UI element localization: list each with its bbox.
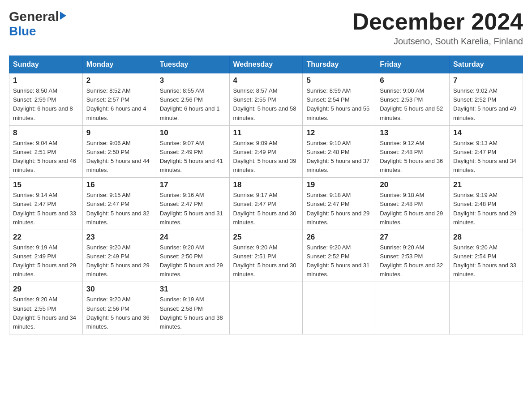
day-number: 29 [13, 285, 79, 294]
calendar-cell: 21Sunrise: 9:19 AMSunset: 2:48 PMDayligh… [450, 178, 523, 230]
day-number: 6 [380, 76, 446, 85]
logo-triangle-icon [60, 12, 66, 20]
day-number: 22 [13, 233, 79, 242]
day-info: Sunrise: 8:59 AMSunset: 2:54 PMDaylight:… [306, 86, 372, 123]
calendar-cell: 17Sunrise: 9:16 AMSunset: 2:47 PMDayligh… [156, 178, 229, 230]
calendar-cell: 20Sunrise: 9:18 AMSunset: 2:48 PMDayligh… [376, 178, 450, 230]
calendar-week-row: 1Sunrise: 8:50 AMSunset: 2:59 PMDaylight… [9, 73, 523, 126]
calendar-cell: 14Sunrise: 9:13 AMSunset: 2:47 PMDayligh… [450, 125, 523, 178]
day-number: 3 [160, 76, 226, 85]
calendar-cell: 2Sunrise: 8:52 AMSunset: 2:57 PMDaylight… [82, 73, 156, 126]
calendar-cell: 6Sunrise: 9:00 AMSunset: 2:53 PMDaylight… [376, 73, 450, 126]
logo-general-text: General [9, 9, 59, 24]
day-info: Sunrise: 9:19 AMSunset: 2:58 PMDaylight:… [160, 295, 226, 331]
calendar-cell [450, 282, 523, 334]
calendar-cell: 24Sunrise: 9:20 AMSunset: 2:50 PMDayligh… [156, 230, 229, 282]
calendar-cell [229, 282, 303, 334]
day-info: Sunrise: 9:06 AMSunset: 2:50 PMDaylight:… [86, 139, 152, 175]
day-info: Sunrise: 9:19 AMSunset: 2:48 PMDaylight:… [453, 191, 519, 227]
day-number: 5 [306, 76, 372, 85]
day-info: Sunrise: 9:20 AMSunset: 2:50 PMDaylight:… [160, 243, 226, 279]
day-number: 8 [13, 128, 79, 137]
calendar-title: December 2024 [352, 9, 523, 34]
day-info: Sunrise: 9:18 AMSunset: 2:47 PMDaylight:… [306, 191, 372, 227]
day-number: 27 [380, 233, 446, 242]
col-header-wednesday: Wednesday [229, 56, 303, 73]
calendar-cell: 23Sunrise: 9:20 AMSunset: 2:49 PMDayligh… [82, 230, 156, 282]
day-number: 15 [13, 180, 79, 189]
day-info: Sunrise: 9:20 AMSunset: 2:53 PMDaylight:… [380, 243, 446, 279]
day-number: 19 [306, 180, 372, 189]
day-number: 4 [233, 76, 299, 85]
calendar-cell: 7Sunrise: 9:02 AMSunset: 2:52 PMDaylight… [450, 73, 523, 126]
calendar-cell: 19Sunrise: 9:18 AMSunset: 2:47 PMDayligh… [303, 178, 376, 230]
day-number: 2 [86, 76, 152, 85]
calendar-cell: 15Sunrise: 9:14 AMSunset: 2:47 PMDayligh… [9, 178, 83, 230]
day-number: 7 [453, 76, 519, 85]
day-number: 13 [380, 128, 446, 137]
col-header-monday: Monday [82, 56, 156, 73]
day-info: Sunrise: 9:02 AMSunset: 2:52 PMDaylight:… [453, 86, 519, 123]
day-number: 24 [160, 233, 226, 242]
logo-blue-text: Blue [9, 25, 36, 38]
calendar-cell: 27Sunrise: 9:20 AMSunset: 2:53 PMDayligh… [376, 230, 450, 282]
day-info: Sunrise: 9:13 AMSunset: 2:47 PMDaylight:… [453, 139, 519, 175]
calendar-table: SundayMondayTuesdayWednesdayThursdayFrid… [9, 56, 523, 334]
calendar-cell: 30Sunrise: 9:20 AMSunset: 2:56 PMDayligh… [82, 282, 156, 334]
calendar-cell: 3Sunrise: 8:55 AMSunset: 2:56 PMDaylight… [156, 73, 229, 126]
calendar-cell: 5Sunrise: 8:59 AMSunset: 2:54 PMDaylight… [303, 73, 376, 126]
day-info: Sunrise: 9:20 AMSunset: 2:49 PMDaylight:… [86, 243, 152, 279]
day-info: Sunrise: 9:16 AMSunset: 2:47 PMDaylight:… [160, 191, 226, 227]
calendar-week-row: 15Sunrise: 9:14 AMSunset: 2:47 PMDayligh… [9, 178, 523, 230]
day-info: Sunrise: 9:20 AMSunset: 2:52 PMDaylight:… [306, 243, 372, 279]
calendar-cell: 4Sunrise: 8:57 AMSunset: 2:55 PMDaylight… [229, 73, 303, 126]
day-number: 9 [86, 128, 152, 137]
day-info: Sunrise: 9:14 AMSunset: 2:47 PMDaylight:… [13, 191, 79, 227]
day-info: Sunrise: 9:20 AMSunset: 2:51 PMDaylight:… [233, 243, 299, 279]
day-info: Sunrise: 9:09 AMSunset: 2:49 PMDaylight:… [233, 139, 299, 175]
calendar-week-row: 29Sunrise: 9:20 AMSunset: 2:55 PMDayligh… [9, 282, 523, 334]
day-info: Sunrise: 9:07 AMSunset: 2:49 PMDaylight:… [160, 139, 226, 175]
col-header-friday: Friday [376, 56, 450, 73]
day-info: Sunrise: 8:50 AMSunset: 2:59 PMDaylight:… [13, 86, 79, 123]
title-block: December 2024 Joutseno, South Karelia, F… [352, 9, 523, 47]
calendar-cell: 29Sunrise: 9:20 AMSunset: 2:55 PMDayligh… [9, 282, 83, 334]
calendar-cell: 25Sunrise: 9:20 AMSunset: 2:51 PMDayligh… [229, 230, 303, 282]
calendar-cell: 31Sunrise: 9:19 AMSunset: 2:58 PMDayligh… [156, 282, 229, 334]
day-number: 23 [86, 233, 152, 242]
calendar-header-row: SundayMondayTuesdayWednesdayThursdayFrid… [9, 56, 523, 73]
day-number: 17 [160, 180, 226, 189]
day-number: 14 [453, 128, 519, 137]
day-info: Sunrise: 9:20 AMSunset: 2:54 PMDaylight:… [453, 243, 519, 279]
calendar-cell: 1Sunrise: 8:50 AMSunset: 2:59 PMDaylight… [9, 73, 83, 126]
day-info: Sunrise: 8:55 AMSunset: 2:56 PMDaylight:… [160, 86, 226, 123]
logo: General Blue [9, 9, 66, 38]
calendar-cell: 8Sunrise: 9:04 AMSunset: 2:51 PMDaylight… [9, 125, 83, 178]
calendar-week-row: 8Sunrise: 9:04 AMSunset: 2:51 PMDaylight… [9, 125, 523, 178]
day-info: Sunrise: 9:00 AMSunset: 2:53 PMDaylight:… [380, 86, 446, 123]
calendar-cell: 28Sunrise: 9:20 AMSunset: 2:54 PMDayligh… [450, 230, 523, 282]
col-header-thursday: Thursday [303, 56, 376, 73]
day-number: 20 [380, 180, 446, 189]
day-number: 31 [160, 285, 226, 294]
day-number: 1 [13, 76, 79, 85]
calendar-cell: 10Sunrise: 9:07 AMSunset: 2:49 PMDayligh… [156, 125, 229, 178]
day-info: Sunrise: 9:19 AMSunset: 2:49 PMDaylight:… [13, 243, 79, 279]
day-info: Sunrise: 8:57 AMSunset: 2:55 PMDaylight:… [233, 86, 299, 123]
day-info: Sunrise: 8:52 AMSunset: 2:57 PMDaylight:… [86, 86, 152, 123]
day-number: 21 [453, 180, 519, 189]
col-header-tuesday: Tuesday [156, 56, 229, 73]
day-number: 26 [306, 233, 372, 242]
calendar-week-row: 22Sunrise: 9:19 AMSunset: 2:49 PMDayligh… [9, 230, 523, 282]
calendar-cell: 11Sunrise: 9:09 AMSunset: 2:49 PMDayligh… [229, 125, 303, 178]
calendar-cell: 12Sunrise: 9:10 AMSunset: 2:48 PMDayligh… [303, 125, 376, 178]
calendar-cell: 22Sunrise: 9:19 AMSunset: 2:49 PMDayligh… [9, 230, 83, 282]
calendar-cell: 13Sunrise: 9:12 AMSunset: 2:48 PMDayligh… [376, 125, 450, 178]
day-number: 30 [86, 285, 152, 294]
day-info: Sunrise: 9:17 AMSunset: 2:47 PMDaylight:… [233, 191, 299, 227]
day-number: 16 [86, 180, 152, 189]
day-info: Sunrise: 9:15 AMSunset: 2:47 PMDaylight:… [86, 191, 152, 227]
day-number: 25 [233, 233, 299, 242]
calendar-cell: 9Sunrise: 9:06 AMSunset: 2:50 PMDaylight… [82, 125, 156, 178]
day-number: 12 [306, 128, 372, 137]
